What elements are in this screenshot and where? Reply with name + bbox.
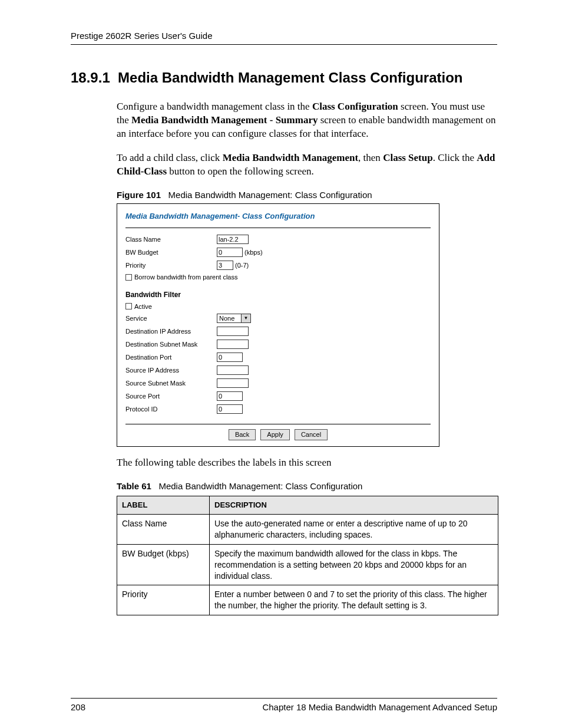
page: Prestige 2602R Series User's Guide 18.9.… [0, 0, 562, 728]
back-button[interactable]: Back [229, 429, 256, 440]
bw-budget-label: BW Budget [125, 248, 217, 257]
section-heading: 18.9.1 Media Bandwidth Management Class … [71, 70, 497, 86]
service-value: None [217, 314, 241, 323]
form-title: Media Bandwidth Management- Class Config… [117, 204, 439, 223]
heading-number: 18.9.1 [71, 70, 110, 85]
td-label: Priority [117, 585, 210, 615]
dest-mask-input[interactable] [217, 340, 249, 349]
table-row: BW Budget (kbps) Specify the maximum ban… [117, 544, 498, 585]
dest-port-input[interactable]: 0 [217, 353, 243, 362]
figure-caption: Media Bandwidth Management: Class Config… [168, 190, 372, 200]
config-form: Media Bandwidth Management- Class Config… [117, 203, 439, 447]
td-label: Class Name [117, 514, 210, 544]
bw-budget-unit: (kbps) [244, 248, 263, 257]
src-ip-label: Source IP Address [125, 366, 217, 375]
apply-button[interactable]: Apply [260, 429, 290, 440]
table-label: Table 61 [117, 481, 151, 491]
table-caption-row: Table 61 Media Bandwidth Management: Cla… [117, 480, 497, 492]
page-number: 208 [71, 702, 85, 712]
src-port-label: Source Port [125, 392, 217, 401]
dest-port-label: Destination Port [125, 353, 217, 362]
paragraph-2: To add a child class, click Media Bandwi… [117, 151, 497, 179]
divider [125, 228, 431, 228]
th-label: LABEL [117, 496, 210, 515]
class-name-input[interactable]: lan-2.2 [217, 235, 249, 244]
th-description: DESCRIPTION [210, 496, 498, 515]
active-checkbox[interactable] [125, 303, 132, 309]
figure-label: Figure 101 [117, 190, 161, 200]
protocol-id-input[interactable]: 0 [217, 404, 243, 414]
after-form-text: The following table describes the labels… [117, 456, 497, 470]
td-desc: Specify the maximum bandwidth allowed fo… [210, 544, 498, 585]
service-label: Service [125, 314, 217, 323]
heading-text: Media Bandwidth Management Class Configu… [118, 70, 462, 85]
table-row: Priority Enter a number between 0 and 7 … [117, 585, 498, 615]
paragraph-1: Configure a bandwidth management class i… [117, 100, 497, 141]
dest-ip-label: Destination IP Address [125, 327, 217, 336]
borrow-checkbox[interactable] [125, 274, 132, 281]
body-content: Configure a bandwidth management class i… [71, 100, 497, 615]
description-table: LABEL DESCRIPTION Class Name Use the aut… [117, 496, 498, 615]
td-desc: Enter a number between 0 and 7 to set th… [210, 585, 498, 615]
chevron-down-icon[interactable]: ▼ [241, 314, 251, 323]
page-footer: 208 Chapter 18 Media Bandwidth Managemen… [71, 698, 497, 712]
figure-caption-row: Figure 101 Media Bandwidth Management: C… [117, 189, 497, 201]
button-bar: Back Apply Cancel [125, 424, 431, 446]
bandwidth-filter-heading: Bandwidth Filter [125, 290, 431, 299]
src-mask-input[interactable] [217, 378, 249, 388]
borrow-label: Borrow bandwidth from parent class [134, 273, 237, 282]
active-label: Active [134, 302, 152, 311]
chapter-label: Chapter 18 Media Bandwidth Management Ad… [262, 702, 497, 712]
protocol-id-label: Protocol ID [125, 405, 217, 414]
td-label: BW Budget (kbps) [117, 544, 210, 585]
running-head: Prestige 2602R Series User's Guide [71, 31, 497, 45]
src-port-input[interactable]: 0 [217, 391, 243, 401]
dest-ip-input[interactable] [217, 327, 249, 336]
src-ip-input[interactable] [217, 365, 249, 375]
cancel-button[interactable]: Cancel [295, 429, 328, 440]
src-mask-label: Source Subnet Mask [125, 379, 217, 388]
priority-input[interactable]: 3 [217, 261, 233, 270]
dest-mask-label: Destination Subnet Mask [125, 340, 217, 349]
service-select[interactable]: None ▼ [217, 314, 251, 323]
priority-label: Priority [125, 261, 217, 270]
class-name-label: Class Name [125, 235, 217, 244]
table-caption: Media Bandwidth Management: Class Config… [158, 481, 362, 491]
priority-range: (0-7) [235, 261, 249, 270]
td-desc: Use the auto-generated name or enter a d… [210, 514, 498, 544]
bw-budget-input[interactable]: 0 [217, 248, 243, 257]
table-header-row: LABEL DESCRIPTION [117, 496, 498, 515]
table-row: Class Name Use the auto-generated name o… [117, 514, 498, 544]
